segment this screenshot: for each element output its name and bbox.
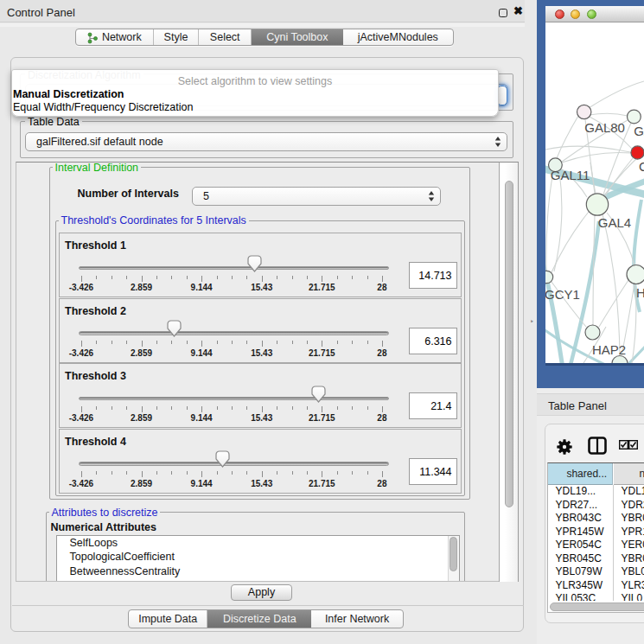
gcy1-node[interactable] [545, 271, 553, 283]
threshold-slider-thumb[interactable] [167, 320, 182, 337]
settings-vertical-scrollbar-thumb[interactable] [505, 181, 513, 507]
red-node[interactable] [631, 145, 644, 158]
network-edge[interactable] [599, 280, 628, 327]
slider-minor-tick [307, 341, 308, 344]
ga-node[interactable] [628, 110, 641, 124]
attributes-list-scrollbar[interactable] [448, 536, 459, 581]
threshold-slider-thumb[interactable] [247, 255, 262, 272]
threshold-label: Threshold 3 [65, 370, 126, 382]
algorithm-popup-item-equal-width[interactable]: Equal Width/Frequency Discretization [13, 101, 193, 113]
threshold-slider-thumb[interactable] [311, 386, 326, 403]
slider-major-tick [142, 406, 143, 412]
table-data-box-title: Table Data [25, 116, 82, 128]
table-row[interactable]: YPR145WYPR1 [548, 526, 644, 539]
split-divider-grip[interactable]: ‣ [530, 318, 534, 324]
bottom-tab-infer-network[interactable]: Infer Network [311, 610, 403, 628]
hap2-node[interactable] [585, 325, 600, 340]
network-edge[interactable] [593, 215, 595, 325]
close-icon[interactable]: ✖ [513, 4, 523, 17]
checkbox-icon[interactable] [628, 440, 638, 450]
threshold-value-field[interactable]: 21.4 [409, 392, 457, 419]
threshold-value-field[interactable]: 14.713 [409, 262, 457, 289]
slider-major-tick [322, 341, 322, 347]
cell-shared-name: YBL079W [556, 565, 603, 579]
attribute-list-item[interactable]: SelfLoops [57, 536, 459, 550]
columns-icon[interactable] [588, 437, 607, 455]
slider-minor-tick [246, 341, 247, 344]
zoom-traffic-light-icon[interactable] [587, 10, 596, 19]
slider-major-tick [201, 341, 202, 347]
slider-minor-tick [367, 341, 368, 344]
attribute-list-item[interactable]: TopologicalCoefficient [57, 550, 459, 564]
table-row[interactable]: YER054CYER0 [548, 539, 644, 552]
slider-minor-tick [352, 406, 353, 410]
bottom-tab-discretize-data[interactable]: Discretize Data [207, 610, 311, 628]
algorithm-popup-item-manual[interactable]: Manual Discretization [13, 88, 124, 100]
table-row[interactable]: YBR045CYBR0 [548, 552, 644, 566]
table-row[interactable]: YBR043CYBR0 [548, 512, 644, 526]
minimize-traffic-light-icon[interactable] [571, 10, 580, 19]
slider-minor-tick [126, 276, 127, 279]
attribute-list-item[interactable]: BetweennessCentrality [57, 564, 459, 578]
tab-cyni-toolbox[interactable]: Cyni Toolbox [252, 29, 343, 45]
slider-tick-label: 28 [377, 479, 386, 488]
slider-major-tick [142, 341, 143, 347]
float-window-icon[interactable] [499, 9, 507, 17]
network-node-label: HA [636, 284, 644, 299]
table-row[interactable]: YDR27...YDR2 [548, 499, 644, 513]
network-edge-highlighted[interactable] [545, 252, 563, 364]
column-header-shared-name[interactable]: shared... [548, 463, 613, 485]
bottom-node[interactable] [612, 355, 628, 363]
cell-name: YLR3 [622, 579, 644, 593]
threshold-slider-track[interactable] [79, 266, 389, 271]
close-traffic-light-icon[interactable] [555, 10, 564, 19]
gal4-node[interactable] [586, 193, 608, 214]
table-data-combobox[interactable]: galFiltered.sif default node [25, 132, 507, 151]
network-edge[interactable] [552, 212, 589, 272]
bottom-tab-impute-data[interactable]: Impute Data [129, 610, 207, 628]
table-horizontal-scrollbar-thumb[interactable] [550, 603, 644, 611]
threshold-value-field[interactable]: 6.316 [409, 328, 457, 354]
numerical-attributes-list[interactable]: SelfLoopsTopologicalCoefficientBetweenne… [56, 535, 460, 582]
slider-major-tick [262, 406, 263, 412]
tab-select[interactable]: Select [199, 29, 252, 45]
algorithm-popup-prompt[interactable]: Select algorithm to view settings [12, 75, 498, 87]
slider-major-tick [201, 471, 202, 477]
threshold-slider-track[interactable] [79, 462, 389, 466]
number-of-intervals-combobox[interactable]: 5 [192, 187, 441, 206]
network-edge[interactable] [545, 146, 630, 152]
network-edge[interactable] [589, 81, 644, 108]
threshold-slider-track[interactable] [79, 397, 389, 401]
network-edge[interactable] [554, 171, 562, 271]
table-row[interactable]: YLR345WYLR3 [548, 579, 644, 593]
slider-major-tick [382, 341, 383, 347]
table-row[interactable]: YDL19...YDL1 [548, 485, 644, 499]
column-header-name[interactable]: name [614, 463, 644, 485]
slider-minor-tick [112, 341, 112, 344]
tab-label: Impute Data [138, 613, 197, 625]
tab-jactivemnodules[interactable]: jActiveMNodules [343, 29, 453, 45]
settings-vertical-scrollbar[interactable] [499, 162, 519, 582]
apply-button[interactable]: Apply [231, 584, 292, 601]
network-window-inner-shadow [545, 363, 644, 366]
table-row[interactable]: YBL079WYBL0 [548, 565, 644, 579]
network-window-titlebar[interactable] [545, 6, 644, 22]
network-edge[interactable] [589, 113, 628, 116]
checkbox-icon[interactable] [619, 440, 628, 450]
gal80-node[interactable] [577, 105, 591, 118]
gear-icon[interactable] [557, 439, 572, 455]
attributes-list-scrollbar-thumb[interactable] [450, 537, 457, 571]
network-edge[interactable] [546, 172, 553, 271]
threshold-panel-3: Threshold 3-3.4262.8599.14415.4321.71528… [59, 363, 462, 428]
tab-network[interactable]: Network [76, 29, 154, 45]
tab-style[interactable]: Style [154, 29, 200, 45]
slider-minor-tick [352, 341, 353, 344]
table-panel-region: Table Panel shared... name YDL19...YDL1Y… [537, 388, 644, 644]
network-edge[interactable] [603, 214, 620, 356]
h-node[interactable] [627, 265, 644, 284]
network-canvas[interactable]: GAL80GACYGAL11GAL4GCY1HAHAP2 [545, 22, 644, 364]
threshold-value-field[interactable]: 11.344 [409, 458, 457, 485]
threshold-slider-track[interactable] [79, 331, 389, 335]
table-horizontal-scrollbar[interactable] [549, 601, 644, 613]
threshold-slider-thumb[interactable] [215, 450, 230, 468]
